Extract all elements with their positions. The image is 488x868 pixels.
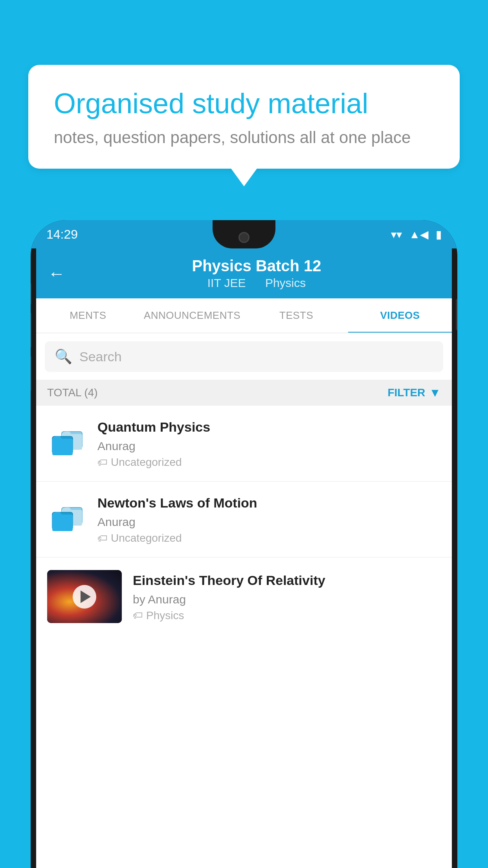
tag-label: Uncategorized (111, 456, 182, 469)
video-list: Quantum Physics Anurag 🏷 Uncategorized (36, 406, 452, 868)
signal-icon: ▲◀ (409, 228, 429, 241)
filter-icon: ▼ (429, 386, 441, 399)
app-header: ← Physics Batch 12 IIT JEE Physics (36, 248, 452, 298)
speech-bubble: Organised study material notes, question… (28, 65, 460, 169)
total-count: TOTAL (4) (47, 386, 98, 399)
video-info: Quantum Physics Anurag 🏷 Uncategorized (97, 418, 441, 469)
back-button[interactable]: ← (48, 264, 65, 283)
status-time: 14:29 (46, 227, 78, 242)
tag-label: Physics (146, 609, 184, 622)
power-button (456, 299, 457, 330)
bubble-subtitle: notes, question papers, solutions all at… (54, 128, 434, 147)
search-bar[interactable]: 🔍 Search (45, 341, 443, 372)
notch (213, 220, 275, 248)
tag-icon: 🏷 (97, 456, 108, 469)
filter-label: FILTER (387, 386, 425, 399)
video-author: Anurag (97, 515, 441, 529)
status-icons: ▾▾ ▲◀ ▮ (391, 228, 442, 241)
header-title-area: Physics Batch 12 IIT JEE Physics (73, 257, 440, 290)
folder-icon (47, 500, 86, 539)
subtitle-physics: Physics (265, 276, 306, 289)
list-item[interactable]: Newton's Laws of Motion Anurag 🏷 Uncateg… (36, 482, 452, 557)
list-item[interactable]: Einstein's Theory Of Relativity by Anura… (36, 557, 452, 636)
filter-button[interactable]: FILTER ▼ (387, 386, 441, 399)
app-screen: ← Physics Batch 12 IIT JEE Physics MENTS… (36, 248, 452, 868)
bubble-title: Organised study material (54, 86, 434, 120)
filter-bar: TOTAL (4) FILTER ▼ (36, 380, 452, 406)
video-info: Newton's Laws of Motion Anurag 🏷 Uncateg… (97, 494, 441, 544)
video-tag: 🏷 Physics (133, 609, 441, 622)
tag-icon: 🏷 (133, 609, 143, 622)
batch-subtitle: IIT JEE Physics (73, 276, 440, 290)
video-author: Anurag (97, 440, 441, 453)
batch-title: Physics Batch 12 (73, 257, 440, 275)
battery-icon: ▮ (436, 228, 442, 241)
play-button[interactable] (73, 585, 96, 609)
volume-silent-button (31, 283, 31, 305)
tag-icon: 🏷 (97, 532, 108, 544)
video-thumbnail (47, 570, 122, 623)
volume-down-button (31, 356, 31, 391)
video-info: Einstein's Theory Of Relativity by Anura… (133, 572, 441, 622)
list-item[interactable]: Quantum Physics Anurag 🏷 Uncategorized (36, 406, 452, 482)
tab-ments[interactable]: MENTS (36, 298, 140, 333)
folder-icon (47, 424, 86, 463)
video-author: by Anurag (133, 593, 441, 606)
tab-videos[interactable]: VIDEOS (348, 298, 452, 333)
status-bar: 14:29 ▾▾ ▲◀ ▮ (31, 220, 457, 248)
tab-announcements[interactable]: ANNOUNCEMENTS (140, 298, 244, 333)
search-icon: 🔍 (55, 348, 72, 365)
play-icon (81, 590, 91, 603)
camera (238, 232, 250, 243)
volume-up-button (31, 313, 31, 348)
video-title: Newton's Laws of Motion (97, 494, 441, 511)
video-title: Einstein's Theory Of Relativity (133, 572, 441, 589)
phone-frame: 14:29 ▾▾ ▲◀ ▮ ← Physics Batch 12 IIT JEE… (31, 220, 457, 868)
subtitle-iitjee: IIT JEE (207, 276, 246, 289)
search-placeholder: Search (79, 349, 122, 364)
tab-tests[interactable]: TESTS (244, 298, 348, 333)
tag-label: Uncategorized (111, 532, 182, 544)
video-tag: 🏷 Uncategorized (97, 456, 441, 469)
video-title: Quantum Physics (97, 418, 441, 436)
video-tag: 🏷 Uncategorized (97, 532, 441, 544)
wifi-icon: ▾▾ (391, 228, 402, 241)
tab-bar: MENTS ANNOUNCEMENTS TESTS VIDEOS (36, 298, 452, 333)
